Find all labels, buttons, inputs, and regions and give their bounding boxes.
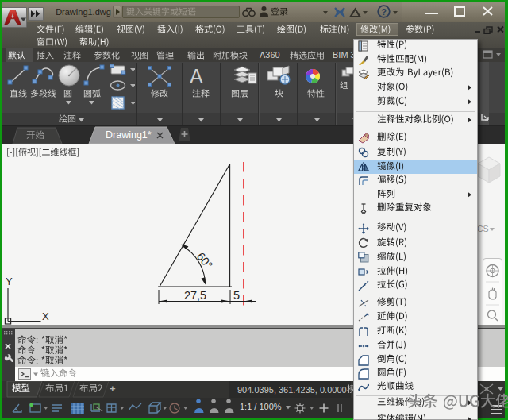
svg-text:?: ? xyxy=(381,7,387,17)
svg-text:X: X xyxy=(42,310,49,322)
svg-text:Y: Y xyxy=(6,276,13,287)
svg-text:5: 5 xyxy=(233,289,240,302)
svg-text:60°: 60° xyxy=(194,250,215,272)
svg-text:27,5: 27,5 xyxy=(184,289,206,302)
